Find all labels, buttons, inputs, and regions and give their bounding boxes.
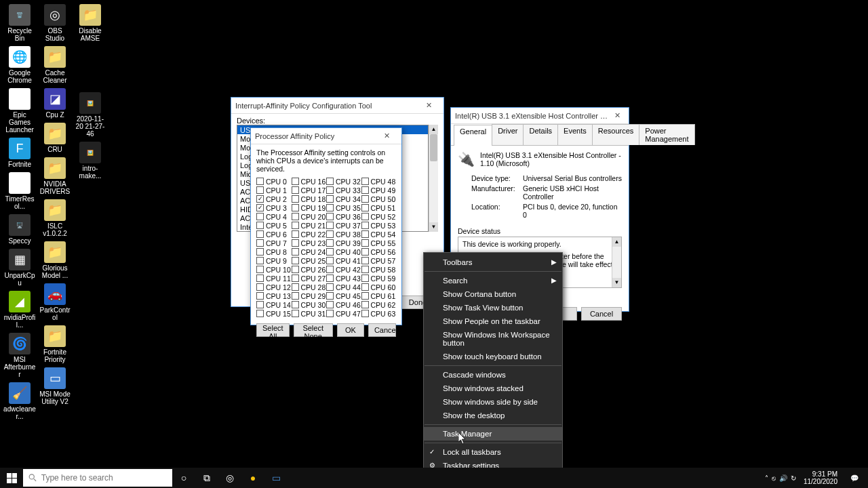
checkbox[interactable] xyxy=(326,266,334,273)
cpu-checkbox-item[interactable]: CPU 1 xyxy=(256,186,292,195)
tab-events[interactable]: Events xyxy=(557,124,593,145)
close-icon[interactable]: ✕ xyxy=(376,131,397,140)
cpu-checkbox-item[interactable]: CPU 51 xyxy=(361,203,397,212)
affinity-tool-titlebar[interactable]: Interrupt-Affinity Policy Configuration … xyxy=(231,98,443,114)
checkbox[interactable] xyxy=(326,204,334,211)
cpu-checkbox-item[interactable]: CPU 14 xyxy=(256,300,292,309)
cpu-checkbox-item[interactable]: CPU 13 xyxy=(256,291,292,300)
checkbox[interactable] xyxy=(326,239,334,247)
checkbox[interactable] xyxy=(256,266,264,273)
cpu-checkbox-item[interactable]: CPU 8 xyxy=(256,247,292,256)
cpu-checkbox-item[interactable]: CPU 24 xyxy=(292,247,327,256)
cpu-checkbox-item[interactable]: CPU 12 xyxy=(256,283,292,291)
cpu-checkbox-item[interactable]: CPU 25 xyxy=(292,256,327,265)
cpu-checkbox-item[interactable]: CPU 58 xyxy=(361,265,397,274)
desktop-icon-fortnite[interactable]: FFortnite xyxy=(3,138,37,168)
cpu-checkbox-item[interactable]: CPU 37 xyxy=(326,221,361,230)
desktop-icon-glorious[interactable]: 📁Glorious Model ... xyxy=(38,241,72,279)
start-button[interactable] xyxy=(0,468,23,488)
checkbox[interactable] xyxy=(361,186,369,194)
checkbox[interactable] xyxy=(256,274,264,282)
cpu-checkbox-item[interactable]: CPU 39 xyxy=(326,239,361,247)
checkbox[interactable] xyxy=(326,301,334,308)
tab-driver[interactable]: Driver xyxy=(492,124,524,145)
menu-item-search[interactable]: Search▶ xyxy=(424,274,562,287)
cpu-checkbox-item[interactable]: CPU 0 xyxy=(256,177,292,186)
cortana-button[interactable]: ○ xyxy=(172,468,195,488)
affinity-dialog-titlebar[interactable]: Processor Affinity Policy ✕ xyxy=(251,128,401,144)
checkbox[interactable] xyxy=(256,248,264,256)
scroll-up-icon[interactable]: ▲ xyxy=(612,237,621,247)
menu-item-lock-all-taskbars[interactable]: ✓Lock all taskbars xyxy=(424,445,562,459)
cpu-checkbox-item[interactable]: CPU 49 xyxy=(361,186,397,195)
cpu-checkbox-item[interactable]: CPU 44 xyxy=(326,283,361,291)
cpu-checkbox-item[interactable]: CPU 45 xyxy=(326,291,361,300)
desktop-icon-timer-res[interactable]: ◷TimerResol... xyxy=(3,172,37,210)
checkbox[interactable] xyxy=(292,266,299,273)
desktop-icon-islc[interactable]: 📁ISLC v1.0.2.2 xyxy=(38,199,72,237)
menu-item-show-windows-ink-workspace-button[interactable]: Show Windows Ink Workspace button xyxy=(424,328,562,350)
desktop-icon-google-chrome[interactable]: 🌐Google Chrome xyxy=(3,46,37,84)
scroll-up-icon[interactable]: ▲ xyxy=(429,125,438,134)
checkbox[interactable] xyxy=(361,292,369,300)
checkbox[interactable] xyxy=(292,283,299,291)
checkbox[interactable] xyxy=(361,239,369,247)
desktop-icon-recycle-bin[interactable]: 🗑️Recycle Bin xyxy=(3,4,37,42)
checkbox[interactable] xyxy=(326,222,334,229)
cpu-checkbox-item[interactable]: CPU 22 xyxy=(292,230,327,239)
checkbox[interactable] xyxy=(326,195,334,203)
checkbox[interactable] xyxy=(256,213,264,220)
checkbox[interactable] xyxy=(361,266,369,273)
cpu-checkbox-item[interactable]: CPU 38 xyxy=(326,230,361,239)
cpu-checkbox-item[interactable]: CPU 4 xyxy=(256,212,292,221)
checkbox[interactable] xyxy=(292,230,299,238)
checkbox[interactable] xyxy=(256,204,264,211)
tab-details[interactable]: Details xyxy=(523,124,558,145)
checkbox[interactable] xyxy=(361,274,369,282)
checkbox[interactable] xyxy=(292,213,299,220)
checkbox[interactable] xyxy=(292,186,299,194)
cpu-checkbox-item[interactable]: CPU 7 xyxy=(256,239,292,247)
scroll-down-icon[interactable]: ▼ xyxy=(429,222,438,232)
cpu-checkbox-item[interactable]: CPU 41 xyxy=(326,256,361,265)
checkbox[interactable] xyxy=(292,195,299,203)
cpu-checkbox-item[interactable]: CPU 35 xyxy=(326,203,361,212)
menu-item-show-people-on-the-taskbar[interactable]: Show People on the taskbar xyxy=(424,314,562,328)
checkbox[interactable] xyxy=(326,257,334,264)
checkbox[interactable] xyxy=(361,213,369,220)
tab-general[interactable]: General xyxy=(454,125,492,146)
desktop-icon-nvidia-drivers[interactable]: 📁NVIDIA DRIVERS xyxy=(38,157,72,195)
cpu-checkbox-item[interactable]: CPU 43 xyxy=(326,274,361,283)
checkbox[interactable] xyxy=(292,222,299,229)
cpu-checkbox-item[interactable]: CPU 54 xyxy=(361,230,397,239)
cpu-checkbox-item[interactable]: CPU 52 xyxy=(361,212,397,221)
checkbox[interactable] xyxy=(326,248,334,256)
menu-item-toolbars[interactable]: Toolbars▶ xyxy=(424,256,562,269)
ok-button[interactable]: OK xyxy=(337,323,364,337)
checkbox[interactable] xyxy=(361,310,369,317)
checkbox[interactable] xyxy=(292,274,299,282)
search-input[interactable] xyxy=(41,473,167,483)
search-box[interactable] xyxy=(23,469,172,487)
close-icon[interactable]: ✕ xyxy=(418,101,439,110)
cpu-checkbox-item[interactable]: CPU 16 xyxy=(292,177,327,186)
tab-resources[interactable]: Resources xyxy=(592,124,640,145)
cpu-checkbox-item[interactable]: CPU 9 xyxy=(256,256,292,265)
desktop-icon-speccy[interactable]: 🖥️Speccy xyxy=(3,214,37,245)
checkbox[interactable] xyxy=(361,204,369,211)
cpu-checkbox-item[interactable]: CPU 32 xyxy=(326,177,361,186)
cpu-checkbox-item[interactable]: CPU 3 xyxy=(256,203,292,212)
tray-volume-icon[interactable]: 🔊 xyxy=(779,474,787,482)
menu-item-task-manager[interactable]: Task Manager xyxy=(424,427,562,441)
cpu-checkbox-item[interactable]: CPU 40 xyxy=(326,247,361,256)
menu-item-show-task-view-button[interactable]: Show Task View button xyxy=(424,301,562,314)
checkbox[interactable] xyxy=(361,195,369,203)
cpu-checkbox-item[interactable]: CPU 59 xyxy=(361,274,397,283)
desktop-icon-msi-afterburner[interactable]: 🌀MSI Afterburner xyxy=(3,333,37,378)
cpu-checkbox-item[interactable]: CPU 10 xyxy=(256,265,292,274)
checkbox[interactable] xyxy=(292,257,299,264)
cpu-checkbox-item[interactable]: CPU 29 xyxy=(292,291,327,300)
checkbox[interactable] xyxy=(292,178,299,185)
desktop-icon-date-folder[interactable]: 🖼️2020-11-20 21-27-46 xyxy=(73,92,107,138)
desktop-icon-cpuz[interactable]: ◪Cpu Z xyxy=(38,88,72,119)
